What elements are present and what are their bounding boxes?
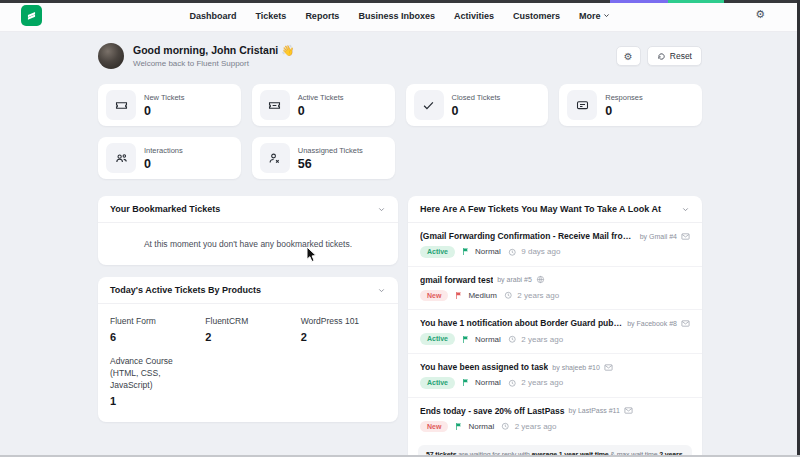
ticket-row[interactable]: (Gmail Forwarding Confirmation - Receive… [408, 223, 702, 267]
nav-item-more[interactable]: More [579, 11, 611, 21]
stat-label: Closed Tickets [452, 93, 501, 102]
collapse-chevron-icon[interactable] [377, 286, 386, 295]
priority-flag-icon [462, 378, 470, 387]
product-stat: FluentCRM 2 [205, 316, 290, 343]
ticket-author-name: by Facebook [627, 320, 667, 327]
product-count: 2 [301, 331, 386, 343]
product-name: WordPress 101 [301, 316, 381, 328]
products-panel-title: Today's Active Tickets By Products [110, 285, 261, 295]
product-stat: Advance Course (HTML, CSS, JavaScript) 1 [110, 356, 195, 407]
ticket-author: by arabi #5 [497, 276, 532, 283]
nav-settings-gear-icon[interactable]: ⚙ [755, 9, 765, 20]
ticket-row[interactable]: You have been assigned to task by shajee… [408, 354, 702, 398]
collapse-chevron-icon[interactable] [377, 205, 386, 214]
stats-grid: New Tickets0 Active Tickets0 Closed Tick… [98, 84, 702, 179]
ticket-age: 9 days ago [521, 247, 560, 256]
status-badge: New [420, 421, 448, 433]
priority-flag-icon [462, 335, 470, 344]
stat-value: 0 [144, 158, 183, 171]
ticket-row[interactable]: You have 1 notification about Border Gua… [408, 310, 702, 354]
stat-card-interactions[interactable]: Interactions0 [98, 137, 241, 179]
ticket-author: by Facebook #8 [627, 320, 677, 327]
chevron-down-icon [603, 12, 610, 19]
mail-icon [681, 232, 690, 241]
ticket-meta-row: Active Normal 9 days ago [420, 246, 690, 258]
priority-label: Normal [475, 378, 501, 387]
chat-bubble-icon [567, 90, 597, 120]
nav-item[interactable]: Reports [305, 11, 339, 21]
clock-icon [508, 335, 517, 344]
nav-item[interactable]: Customers [513, 11, 560, 21]
ticket-meta-row: Active Normal 2 years ago [420, 377, 690, 389]
product-count: 1 [110, 395, 195, 407]
ticket-title: You have 1 notification about Border Gua… [420, 318, 623, 328]
priority-flag-icon [455, 291, 463, 300]
ticket-title-row: gmail forward test by arabi #5 [420, 275, 690, 285]
product-count: 2 [205, 331, 290, 343]
stat-value: 0 [452, 105, 501, 118]
ticket-author: by shajeeb #10 [552, 364, 600, 371]
stat-card-new-tickets[interactable]: New Tickets0 [98, 84, 241, 126]
ticket-row[interactable]: Ends today - save 20% off LastPass by La… [408, 398, 702, 441]
ticket-author-name: by LastPass [569, 407, 607, 414]
priority-label: Normal [475, 247, 501, 256]
fluent-support-logo-icon[interactable] [21, 5, 42, 26]
stat-value: 0 [144, 105, 184, 118]
product-stat: Fluent Form 6 [110, 316, 195, 343]
stat-label: Interactions [144, 146, 183, 155]
product-stat: WordPress 101 2 [301, 316, 386, 343]
clock-icon [508, 248, 517, 257]
dashboard-content: Good morning, John Cristani 👋 Welcome ba… [98, 32, 702, 457]
bookmarked-tickets-panel: Your Bookmarked Tickets At this moment y… [98, 196, 398, 265]
left-column: Your Bookmarked Tickets At this moment y… [98, 196, 398, 422]
nav-item[interactable]: Tickets [256, 11, 287, 21]
stat-card-responses[interactable]: Responses0 [559, 84, 702, 126]
ticket-title: You have been assigned to task [420, 362, 548, 372]
ticket-title-row: You have 1 notification about Border Gua… [420, 318, 690, 328]
ticket-age: 2 years ago [521, 335, 563, 344]
clock-icon [501, 422, 510, 431]
products-grid: Fluent Form 6 FluentCRM 2 WordPress 101 … [98, 304, 398, 422]
stat-card-unassigned-tickets[interactable]: Unassigned Tickets56 [252, 137, 395, 179]
window-top-strip [0, 0, 800, 3]
nav-item[interactable]: Dashboard [190, 11, 237, 21]
products-panel-header: Today's Active Tickets By Products [98, 277, 398, 304]
ticket-title-row: You have been assigned to task by shajee… [420, 362, 690, 372]
stat-label: Responses [605, 93, 643, 102]
product-name: FluentCRM [205, 316, 285, 328]
reset-button[interactable]: Reset [647, 46, 702, 66]
bookmarked-panel-title: Your Bookmarked Tickets [110, 204, 220, 214]
greeting-title: Good morning, John Cristani 👋 [133, 44, 294, 57]
product-name: Advance Course (HTML, CSS, JavaScript) [110, 356, 190, 392]
header-actions: ⚙ Reset [616, 46, 702, 66]
ticket-icon [106, 90, 136, 120]
clock-icon [504, 291, 513, 300]
status-badge: Active [420, 333, 455, 345]
suggested-panel-title: Here Are A Few Tickets You May Want To T… [420, 204, 661, 214]
priority-flag-icon [455, 422, 463, 431]
dashboard-settings-button[interactable]: ⚙ [616, 46, 641, 66]
ticket-row[interactable]: gmail forward test by arabi #5 New [408, 267, 702, 311]
status-badge: New [420, 290, 448, 302]
clock-icon [508, 379, 517, 388]
main-menu: Dashboard Tickets Reports Business Inbox… [190, 11, 611, 21]
fluent-support-dashboard: Dashboard Tickets Reports Business Inbox… [0, 0, 800, 457]
gear-icon: ⚙ [624, 51, 633, 62]
ticket-author-name: by Gmail [640, 233, 668, 240]
nav-item[interactable]: Activities [454, 11, 494, 21]
stat-card-closed-tickets[interactable]: Closed Tickets0 [406, 84, 549, 126]
logo-glyph [25, 9, 38, 22]
priority-label: Medium [468, 291, 496, 300]
collapse-chevron-icon[interactable] [681, 205, 690, 214]
ticket-age: 2 years ago [515, 422, 557, 431]
bookmarked-empty-message: At this moment you don't have any bookma… [98, 223, 398, 265]
stat-card-active-tickets[interactable]: Active Tickets0 [252, 84, 395, 126]
greeting-text: Good morning, John Cristani 👋 Welcome ba… [133, 44, 294, 68]
stat-label: Unassigned Tickets [298, 146, 363, 155]
suggested-panel-header: Here Are A Few Tickets You May Want To T… [408, 196, 702, 223]
stat-value: 0 [605, 105, 643, 118]
ticket-age: 2 years ago [521, 378, 563, 387]
ticket-title-row: Ends today - save 20% off LastPass by La… [420, 406, 690, 416]
nav-item[interactable]: Business Inboxes [358, 11, 435, 21]
tickets-list: (Gmail Forwarding Confirmation - Receive… [408, 223, 702, 440]
